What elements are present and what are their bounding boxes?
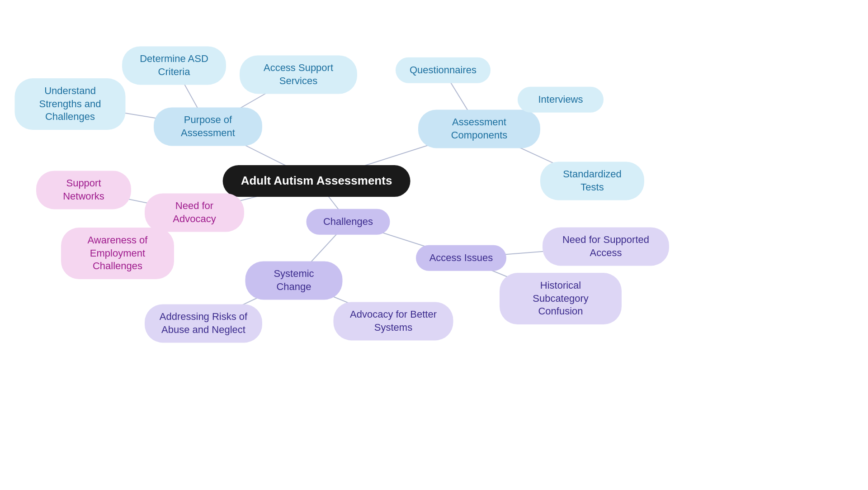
node-access-support[interactable]: Access Support Services	[240, 55, 357, 94]
node-addressing[interactable]: Addressing Risks of Abuse and Neglect	[145, 304, 262, 343]
node-access-issues[interactable]: Access Issues	[416, 245, 506, 271]
node-standardized[interactable]: Standardized Tests	[540, 162, 644, 200]
node-historical[interactable]: Historical Subcategory Confusion	[500, 273, 622, 324]
node-determine[interactable]: Determine ASD Criteria	[122, 46, 226, 85]
node-understand[interactable]: Understand Strengths and Challenges	[15, 78, 126, 130]
mindmap-container: Adult Autism AssessmentsPurpose of Asses…	[0, 0, 868, 490]
node-supported-access[interactable]: Need for Supported Access	[542, 227, 669, 266]
node-advocacy[interactable]: Need for Advocacy	[145, 193, 244, 232]
node-interviews[interactable]: Interviews	[518, 87, 604, 113]
node-employment[interactable]: Awareness of Employment Challenges	[61, 228, 174, 279]
node-questionnaires[interactable]: Questionnaires	[396, 57, 491, 83]
node-advocacy-better[interactable]: Advocacy for Better Systems	[334, 302, 453, 340]
center-node[interactable]: Adult Autism Assessments	[223, 165, 410, 197]
node-challenges[interactable]: Challenges	[307, 209, 390, 235]
node-assessment-comp[interactable]: Assessment Components	[418, 109, 540, 148]
node-systemic[interactable]: Systemic Change	[245, 261, 343, 300]
node-support-networks[interactable]: Support Networks	[36, 171, 131, 209]
node-purpose[interactable]: Purpose of Assessment	[154, 107, 262, 146]
